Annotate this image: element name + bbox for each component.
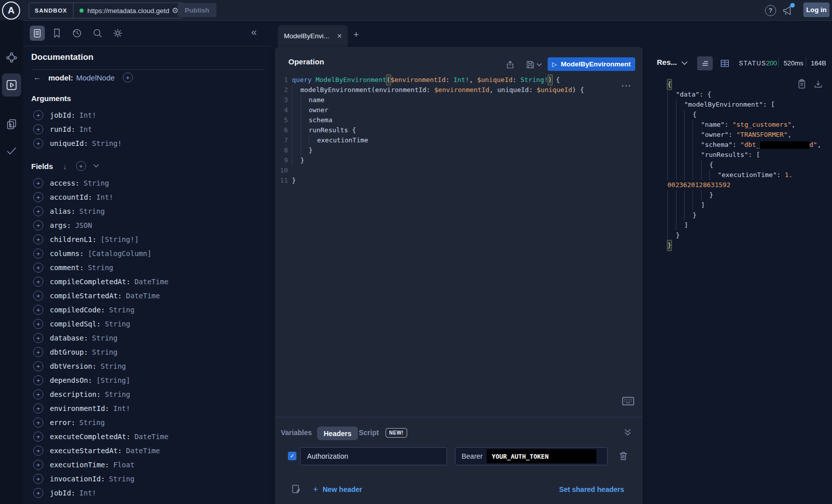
add-circle-icon[interactable]: +: [33, 361, 43, 371]
add-circle-icon[interactable]: +: [33, 234, 43, 244]
field-type[interactable]: String: [109, 475, 135, 483]
field-row[interactable]: +comment:String: [33, 261, 169, 275]
field-type[interactable]: String: [80, 418, 105, 427]
explorer-icon[interactable]: [6, 79, 18, 91]
field-row[interactable]: +executionTime:Float: [33, 458, 169, 472]
field-row[interactable]: +dependsOn:[String]: [33, 373, 169, 387]
add-circle-icon[interactable]: +: [33, 375, 43, 385]
field-row[interactable]: +dbtGroup:String: [33, 345, 169, 359]
new-tab-icon[interactable]: +: [353, 29, 359, 40]
field-row[interactable]: +accountId:Int!: [33, 190, 169, 204]
add-circle-icon[interactable]: +: [33, 178, 43, 188]
tab-headers[interactable]: Headers: [317, 427, 358, 440]
add-circle-icon[interactable]: +: [33, 432, 43, 442]
add-circle-icon[interactable]: +: [33, 263, 43, 273]
field-row[interactable]: +dbtVersion:String: [33, 359, 169, 373]
add-circle-icon[interactable]: +: [33, 403, 43, 413]
field-type[interactable]: String: [105, 320, 130, 328]
operation-tab[interactable]: ModelByEnvi... ×: [278, 25, 348, 47]
documentation-tab-button[interactable]: [30, 26, 45, 41]
field-row[interactable]: +compiledCode:String: [33, 303, 169, 317]
add-circle-icon[interactable]: +: [33, 291, 43, 301]
add-fields-button[interactable]: +: [76, 161, 86, 171]
apollo-logo-icon[interactable]: A: [2, 2, 20, 20]
publish-button[interactable]: Publish: [178, 3, 216, 17]
field-type[interactable]: Int!: [80, 489, 97, 497]
schema-graph-icon[interactable]: [6, 51, 18, 63]
breadcrumb-type-link[interactable]: ModelNode: [76, 73, 115, 82]
add-circle-icon[interactable]: +: [33, 488, 43, 498]
formatted-view-button[interactable]: [697, 56, 713, 70]
field-row[interactable]: +args:JSON: [33, 218, 169, 232]
field-row[interactable]: +error:String: [33, 415, 169, 430]
field-row[interactable]: +compiledSql:String: [33, 317, 169, 331]
add-circle-icon[interactable]: +: [33, 138, 43, 148]
add-circle-icon[interactable]: +: [33, 248, 43, 259]
header-enabled-checkbox[interactable]: ✓: [288, 452, 296, 460]
login-button[interactable]: Log in: [803, 3, 829, 17]
add-circle-icon[interactable]: +: [33, 192, 43, 202]
add-circle-icon[interactable]: +: [33, 460, 43, 470]
field-type[interactable]: Int!: [80, 111, 97, 119]
field-row[interactable]: +alias:String: [33, 204, 169, 218]
field-row[interactable]: +description:String: [33, 387, 169, 401]
field-type[interactable]: JSON: [75, 221, 92, 229]
add-circle-icon[interactable]: +: [33, 305, 43, 315]
field-type[interactable]: Int: [80, 125, 92, 133]
collections-icon[interactable]: [6, 118, 18, 130]
argument-row[interactable]: +uniqueId:String!: [33, 136, 122, 150]
field-row[interactable]: +compileCompletedAt:DateTime: [33, 275, 169, 289]
field-type[interactable]: String!: [92, 139, 122, 147]
close-tab-icon[interactable]: ×: [337, 32, 342, 41]
set-shared-headers-link[interactable]: Set shared headers: [523, 485, 624, 493]
endpoint-url-input[interactable]: https://metadata.cloud.getd: [88, 7, 171, 15]
field-type[interactable]: DateTime: [126, 292, 160, 300]
field-row[interactable]: +database:String: [33, 331, 169, 345]
sort-fields-icon[interactable]: ↓: [63, 162, 67, 171]
field-type[interactable]: DateTime: [134, 433, 168, 441]
run-operation-button[interactable]: ▷ ModelByEnvironment: [548, 57, 635, 71]
add-circle-icon[interactable]: +: [33, 417, 43, 428]
new-header-button[interactable]: + New header: [313, 484, 362, 494]
field-row[interactable]: +environmentId:Int!: [33, 401, 169, 415]
field-type[interactable]: String: [105, 390, 130, 398]
add-circle-icon[interactable]: +: [33, 333, 43, 343]
field-row[interactable]: +childrenL1:[String!]: [33, 232, 169, 246]
field-type[interactable]: String: [109, 306, 135, 314]
add-circle-icon[interactable]: +: [33, 206, 43, 216]
field-row[interactable]: +compileStartedAt:DateTime: [33, 289, 169, 303]
header-value-input[interactable]: Bearer YOUR_AUTH_TOKEN: [455, 447, 608, 465]
field-type[interactable]: String: [92, 334, 118, 342]
field-type[interactable]: Float: [113, 461, 134, 469]
tab-script[interactable]: Script: [359, 429, 379, 437]
table-view-icon[interactable]: [719, 58, 730, 69]
collapse-doc-panel-icon[interactable]: «: [251, 26, 257, 38]
field-type[interactable]: [String]: [96, 376, 130, 384]
environment-variables-icon[interactable]: [291, 484, 301, 494]
field-row[interactable]: +executeStartedAt:DateTime: [33, 444, 169, 458]
add-circle-icon[interactable]: +: [33, 446, 43, 456]
add-circle-icon[interactable]: +: [33, 347, 43, 357]
field-type[interactable]: String: [84, 179, 109, 187]
save-menu-chevron-icon[interactable]: [537, 63, 542, 67]
response-dropdown-chevron-icon[interactable]: [681, 61, 688, 66]
operation-editor[interactable]: 1query ModelByEnvironment($environmentId…: [275, 75, 627, 186]
field-type[interactable]: String: [101, 362, 126, 370]
field-type[interactable]: DateTime: [134, 278, 168, 286]
add-circle-icon[interactable]: +: [33, 124, 43, 134]
back-arrow-icon[interactable]: ←: [33, 73, 41, 82]
keyboard-shortcuts-icon[interactable]: [622, 397, 634, 405]
add-circle-icon[interactable]: +: [33, 277, 43, 287]
add-all-fields-button[interactable]: +: [123, 72, 133, 82]
header-name-input[interactable]: Authorization: [300, 447, 447, 465]
field-type[interactable]: String: [88, 264, 113, 272]
field-type[interactable]: [String!]: [101, 235, 139, 243]
add-circle-icon[interactable]: +: [33, 110, 43, 120]
settings-gear-icon[interactable]: [112, 28, 123, 39]
field-type[interactable]: Int!: [113, 404, 130, 412]
field-type[interactable]: DateTime: [126, 447, 160, 455]
add-circle-icon[interactable]: +: [33, 319, 43, 329]
field-row[interactable]: +columns:[CatalogColumn]: [33, 246, 169, 261]
field-type[interactable]: String: [92, 348, 118, 356]
collapse-panel-double-chevron-icon[interactable]: [623, 428, 632, 437]
